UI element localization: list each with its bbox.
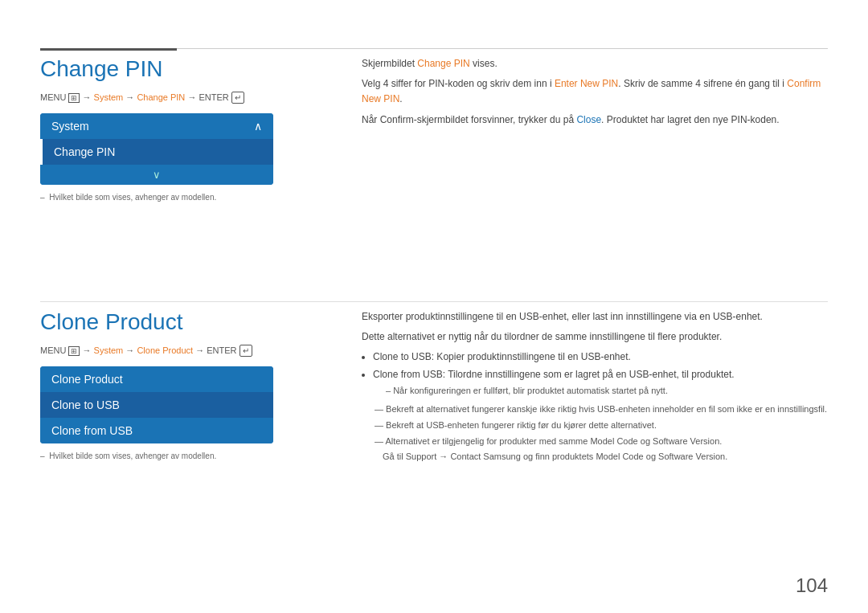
enter-new-pin-highlight: Enter New PIN [555, 78, 618, 89]
clone-product-description: Eksporter produktinnstillingene til en U… [362, 309, 828, 464]
clone-product-menu-path: MENU ⊞ → System → Clone Product → ENTER … [40, 345, 281, 357]
clone-header-label: Clone Product [51, 373, 123, 386]
clone-to-usb-bullet: Clone to USB: Kopier produktinnstillinge… [373, 349, 828, 365]
clone-menu-box-header: Clone Product [40, 366, 273, 392]
caption-dash-clone: – [40, 452, 45, 460]
support-highlight: Support [406, 452, 437, 461]
clone-from-usb-item[interactable]: Clone from USB [40, 418, 273, 443]
chevron-up-icon: ∧ [254, 120, 262, 133]
contact-samsung-highlight: Contact Samsung [450, 452, 520, 461]
clone-from-usb-label: Clone from USB [51, 424, 133, 437]
chevron-down-icon: ∨ [153, 169, 161, 181]
change-pin-section: Change PIN MENU ⊞ → System → Change PIN … [40, 56, 281, 202]
enter-icon-clone: ↵ [240, 345, 252, 357]
clone-product-caption: – Hvilket bilde som vises, avhenger av m… [40, 452, 281, 460]
software-version-highlight1: Software Version [653, 436, 719, 446]
clone-product-title: Clone Product [40, 309, 281, 335]
menu-box-header: System ∧ [40, 113, 273, 139]
clone-subbullet: – Når konfigureringen er fullført, blir … [379, 384, 828, 398]
change-pin-menu-path: MENU ⊞ → System → Change PIN → ENTER ↵ [40, 92, 281, 104]
model-code-highlight2: Model Code [596, 452, 643, 461]
top-rule-accent [40, 48, 177, 51]
clone-note4: Gå til Support → Contact Samsung og finn… [376, 450, 828, 464]
model-code-highlight1: Model Code [590, 436, 637, 446]
change-pin-link: Change PIN [137, 92, 185, 102]
clone-bullet-list: Clone to USB: Kopier produktinnstillinge… [373, 349, 828, 398]
system-link: System [94, 92, 124, 102]
caption-dash: – [40, 193, 45, 202]
clone-product-link: Clone Product [137, 345, 193, 355]
clone-from-usb-bullet-text: : Tilordne innstillingene som er lagret … [443, 369, 735, 380]
enter-icon: ↵ [231, 92, 244, 104]
change-pin-menu-item[interactable]: Change PIN [40, 139, 273, 165]
change-pin-line2: Velg 4 siffer for PIN-koden og skriv dem… [362, 76, 828, 107]
menu-header-label: System [51, 120, 89, 133]
close-highlight: Close [576, 114, 601, 125]
clone-from-usb-bullet-label: Clone from USB [373, 369, 443, 380]
clone-to-usb-label: Clone to USB [51, 398, 120, 411]
change-pin-item-label: Change PIN [54, 145, 115, 158]
change-pin-title: Change PIN [40, 56, 281, 82]
system-link-clone: System [94, 345, 124, 355]
clone-product-section: Clone Product MENU ⊞ → System → Clone Pr… [40, 309, 281, 460]
change-pin-line1: Skjermbildet Change PIN vises. [362, 56, 828, 72]
software-version-highlight2: Software Version [658, 452, 725, 461]
clone-to-usb-item[interactable]: Clone to USB [40, 392, 273, 418]
change-pin-line3: Når Confirm-skjermbildet forsvinner, try… [362, 112, 828, 128]
clone-intro1: Eksporter produktinnstillingene til en U… [362, 309, 828, 325]
change-pin-description: Skjermbildet Change PIN vises. Velg 4 si… [362, 56, 828, 133]
clone-product-menu-box: Clone Product Clone to USB Clone from US… [40, 366, 273, 443]
clone-intro2: Dette alternativet er nyttig når du tilo… [362, 329, 828, 345]
page-number: 104 [796, 574, 828, 597]
clone-note2: ― Bekreft at USB-enheten fungerer riktig… [368, 419, 828, 433]
clone-note3: ― Alternativet er tilgjengelig for produ… [368, 435, 828, 449]
clone-note1: ― Bekreft at alternativet fungerer kansk… [368, 403, 828, 417]
change-pin-highlight: Change PIN [417, 58, 469, 69]
section-divider [40, 301, 828, 302]
page: Change PIN MENU ⊞ → System → Change PIN … [0, 0, 868, 613]
clone-from-usb-bullet: Clone from USB: Tilordne innstillingene … [373, 367, 828, 398]
clone-to-usb-bullet-label: Clone to USB [373, 351, 432, 362]
system-menu-box: System ∧ Change PIN ∨ [40, 113, 273, 185]
menu-chevron-down: ∨ [40, 165, 273, 185]
change-pin-caption: – Hvilket bilde som vises, avhenger av m… [40, 193, 281, 202]
clone-to-usb-bullet-text: : Kopier produktinnstillingene til en US… [432, 351, 631, 362]
